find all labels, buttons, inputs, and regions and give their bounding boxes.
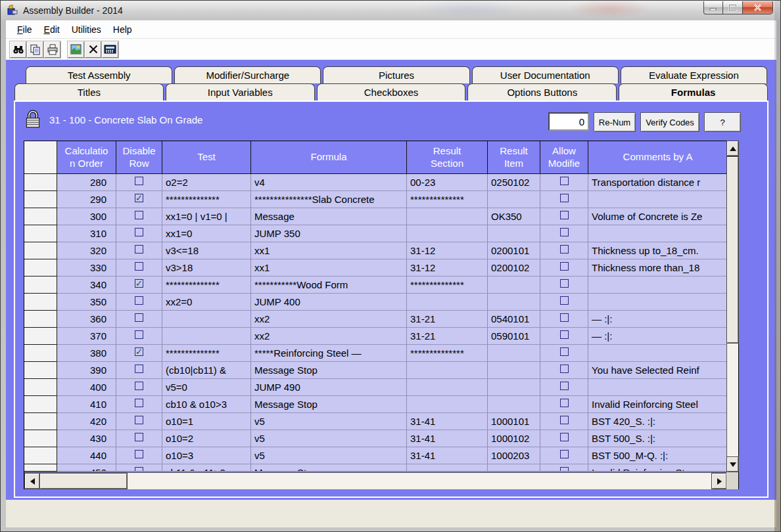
cell-test[interactable]: xx1=0 | v1=0 | [162, 208, 251, 225]
cell-test[interactable]: v5=0 [162, 379, 251, 396]
cell-comment[interactable]: BST 500_M-Q. :|: [588, 447, 728, 464]
tab-test-assembly[interactable]: Test Assembly [26, 66, 172, 83]
scroll-up-button[interactable] [727, 141, 738, 156]
cell-order[interactable]: 440 [57, 447, 116, 464]
cell-test[interactable]: xx2=0 [162, 294, 251, 311]
tab-evaluate-expression[interactable]: Evaluate Expression [621, 66, 767, 83]
allow-checkbox[interactable] [560, 330, 569, 339]
cell-result-item[interactable]: OK350 [488, 208, 540, 225]
disable-checkbox[interactable] [135, 194, 143, 202]
row-header[interactable] [24, 464, 57, 472]
cell-comment[interactable]: Thickness up to_18_cm. [588, 242, 728, 259]
delete-button[interactable] [85, 41, 101, 58]
allow-checkbox[interactable] [560, 467, 569, 472]
cell-test[interactable]: xx1=0 [162, 225, 251, 242]
tab-modifier-surcharge[interactable]: Modifier/Surcharge [174, 66, 321, 83]
cell-comment[interactable] [588, 225, 728, 242]
find-button[interactable] [10, 41, 26, 58]
cell-result-section[interactable]: 31-41 [407, 447, 488, 464]
disable-checkbox[interactable] [135, 330, 143, 339]
cell-result-item[interactable]: 0200101 [488, 242, 540, 259]
allow-checkbox[interactable] [560, 365, 569, 373]
print-button[interactable] [44, 41, 60, 58]
minimize-button[interactable] [703, 1, 723, 14]
picture-button[interactable] [68, 41, 84, 58]
cell-test[interactable]: (cb10|cb11) & [162, 362, 251, 379]
allow-checkbox[interactable] [560, 279, 569, 288]
allow-checkbox[interactable] [560, 433, 569, 441]
cell-formula[interactable]: v4 [251, 174, 407, 191]
grid-help-button[interactable]: ? [704, 112, 741, 132]
cell-comment[interactable] [588, 191, 728, 208]
cell-formula[interactable]: v5 [251, 430, 407, 447]
cell-result-section[interactable]: 31-21 [407, 311, 488, 328]
cell-order[interactable]: 280 [57, 174, 116, 191]
disable-checkbox[interactable] [135, 262, 143, 271]
header-allow-modified[interactable]: Allow Modifie [540, 141, 588, 173]
cell-comment[interactable]: Transportation distance r [588, 174, 728, 191]
row-header[interactable] [24, 242, 57, 259]
cell-result-item[interactable] [488, 225, 540, 242]
cell-test[interactable]: v3<=18 [162, 242, 251, 259]
cell-formula[interactable]: Message Stop [251, 362, 407, 379]
header-test[interactable]: Test [162, 141, 251, 173]
cell-formula[interactable]: ***************Slab Concrete [251, 191, 407, 208]
cell-formula[interactable]: xx2 [251, 311, 407, 328]
cell-result-item[interactable] [488, 191, 540, 208]
cell-test[interactable]: ************** [162, 345, 251, 362]
cell-comment[interactable]: Invalid Reinforcing Steel [588, 396, 728, 413]
menu-file[interactable]: File [11, 22, 38, 37]
allow-checkbox[interactable] [560, 399, 569, 407]
cell-order[interactable]: 420 [57, 413, 116, 430]
allow-checkbox[interactable] [560, 194, 569, 202]
cell-formula[interactable]: JUMP 490 [251, 379, 407, 396]
row-header[interactable] [24, 396, 57, 413]
cell-order[interactable]: 400 [57, 379, 116, 396]
cell-comment[interactable]: You have Selected Reinf [588, 362, 728, 379]
allow-checkbox[interactable] [560, 382, 569, 390]
allow-checkbox[interactable] [560, 416, 569, 424]
cell-result-item[interactable]: 1000102 [488, 430, 540, 447]
allow-checkbox[interactable] [560, 450, 569, 458]
disable-checkbox[interactable] [135, 313, 143, 322]
row-header[interactable] [24, 447, 57, 464]
cell-test[interactable]: ************** [162, 277, 251, 294]
row-header[interactable] [24, 225, 57, 242]
row-header[interactable] [24, 208, 57, 225]
cell-test[interactable]: o10=1 [162, 413, 251, 430]
tab-user-documentation[interactable]: User Documentation [472, 66, 619, 83]
disable-checkbox[interactable] [135, 228, 143, 236]
menu-edit[interactable]: Edit [38, 22, 66, 37]
disable-checkbox[interactable] [135, 177, 143, 185]
allow-checkbox[interactable] [560, 313, 569, 322]
calculator-button[interactable] [102, 41, 118, 58]
header-calculation-order[interactable]: Calculation Order [57, 141, 116, 173]
cell-result-item[interactable] [488, 277, 540, 294]
disable-checkbox[interactable] [135, 296, 143, 305]
cell-formula[interactable]: xx1 [251, 242, 407, 259]
horizontal-scroll-thumb[interactable] [40, 474, 127, 489]
disable-checkbox[interactable] [135, 347, 143, 356]
cell-order[interactable]: 380 [57, 345, 116, 362]
cell-result-item[interactable] [488, 294, 540, 311]
cell-order[interactable]: 310 [57, 225, 116, 242]
row-header[interactable] [24, 174, 57, 191]
cell-result-section[interactable] [407, 464, 488, 472]
cell-formula[interactable]: v5 [251, 413, 407, 430]
cell-result-section[interactable]: ************** [407, 345, 488, 362]
vertical-scroll-thumb[interactable] [727, 157, 738, 343]
cell-result-section[interactable]: 31-21 [407, 328, 488, 345]
menu-help[interactable]: Help [107, 22, 138, 37]
disable-checkbox[interactable] [135, 399, 143, 407]
cell-result-section[interactable]: 31-41 [407, 413, 488, 430]
cell-result-section[interactable]: 31-12 [407, 259, 488, 277]
cell-result-section[interactable]: 00-23 [407, 174, 488, 191]
cell-formula[interactable]: Message Stop [251, 396, 407, 413]
tab-pictures[interactable]: Pictures [323, 66, 469, 83]
row-header[interactable] [24, 413, 57, 430]
cell-result-section[interactable] [407, 208, 488, 225]
renum-button[interactable]: Re-Num [594, 112, 636, 132]
disable-checkbox[interactable] [135, 433, 143, 441]
verify-codes-button[interactable]: Verify Codes [640, 112, 699, 132]
cell-result-section[interactable] [407, 379, 488, 396]
